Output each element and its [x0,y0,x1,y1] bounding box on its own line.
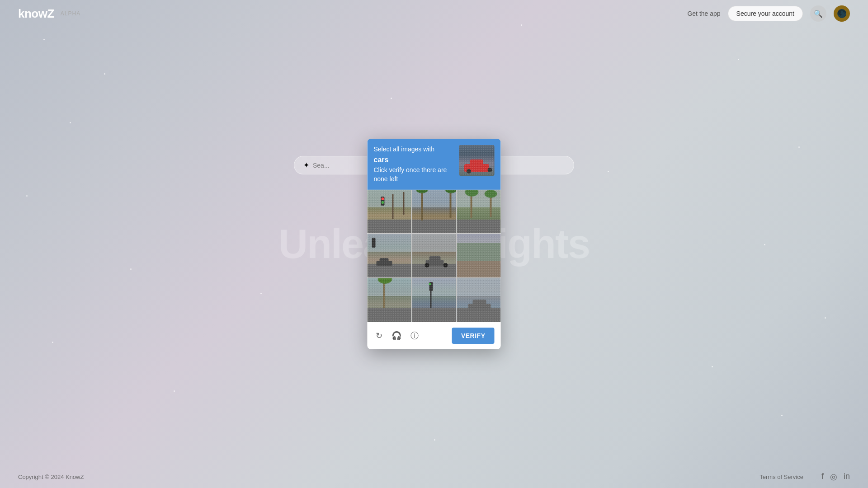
captcha-modal: Select all images with cars Click verify… [368,139,501,349]
preview-car-image [459,145,495,176]
noise-3 [457,190,501,233]
captcha-header: Select all images with cars Click verify… [368,139,501,190]
avatar-icon: 🌑 [837,9,847,19]
noise-2 [412,190,456,233]
noise-9 [457,278,501,322]
captcha-instruction-prefix: Select all images with cars Click verify… [374,145,455,183]
captcha-grid-cell-6[interactable] [457,234,501,277]
get-app-button[interactable]: Get the app [687,10,720,17]
captcha-preview-image [459,145,495,176]
terms-of-service-link[interactable]: Terms of Service [760,474,803,480]
avatar-button[interactable]: 🌑 [834,5,850,22]
page-footer: Copyright © 2024 KnowZ Terms of Service … [0,465,868,488]
verify-button[interactable]: VERIFY [452,328,495,344]
captcha-instruction-area: Select all images with cars Click verify… [374,145,455,183]
headphone-icon: 🎧 [392,331,401,341]
header-right: Get the app Secure your account 🔍 🌑 [687,5,850,22]
captcha-grid-cell-3[interactable] [457,190,501,233]
alpha-badge: ALPHA [61,10,80,17]
instagram-icon[interactable]: ◎ [830,472,837,482]
captcha-grid-cell-4[interactable] [368,234,411,277]
noise-6 [457,234,501,277]
logo: knowZ ALPHA [18,7,80,21]
footer-links: Terms of Service f ◎ in [760,472,850,482]
captcha-grid-cell-2[interactable] [412,190,456,233]
captcha-footer: ↻ 🎧 ⓘ VERIFY [368,322,501,349]
captcha-grid-cell-5[interactable] [412,234,456,277]
search-icon: 🔍 [814,9,823,18]
noise-4 [368,234,411,277]
logo-text: knowZ [18,7,54,21]
noise-5 [412,234,456,277]
info-icon: ⓘ [410,330,419,341]
linkedin-icon[interactable]: in [844,472,850,482]
captcha-grid-cell-9[interactable] [457,278,501,322]
captcha-keyword: cars [374,155,455,165]
captcha-grid-cell-1[interactable] [368,190,411,233]
noise-1 [368,190,411,233]
secure-account-button[interactable]: Secure your account [728,6,803,21]
copyright-text: Copyright © 2024 KnowZ [18,474,84,480]
info-button[interactable]: ⓘ [409,328,420,343]
search-icon-button[interactable]: 🔍 [810,5,826,22]
facebook-icon[interactable]: f [821,472,824,482]
header: knowZ ALPHA Get the app Secure your acco… [0,0,868,27]
captcha-image-grid [368,190,501,322]
refresh-icon: ↻ [376,331,382,341]
preview-noise [459,145,495,176]
captcha-grid-cell-8[interactable] [412,278,456,322]
refresh-button[interactable]: ↻ [374,329,384,343]
noise-8 [412,278,456,322]
search-text-left: Sea... [313,162,330,169]
captcha-grid-cell-7[interactable] [368,278,411,322]
noise-7 [368,278,411,322]
social-icons: f ◎ in [821,472,850,482]
sparkle-icon: ✦ [303,161,309,169]
audio-button[interactable]: 🎧 [390,329,403,343]
